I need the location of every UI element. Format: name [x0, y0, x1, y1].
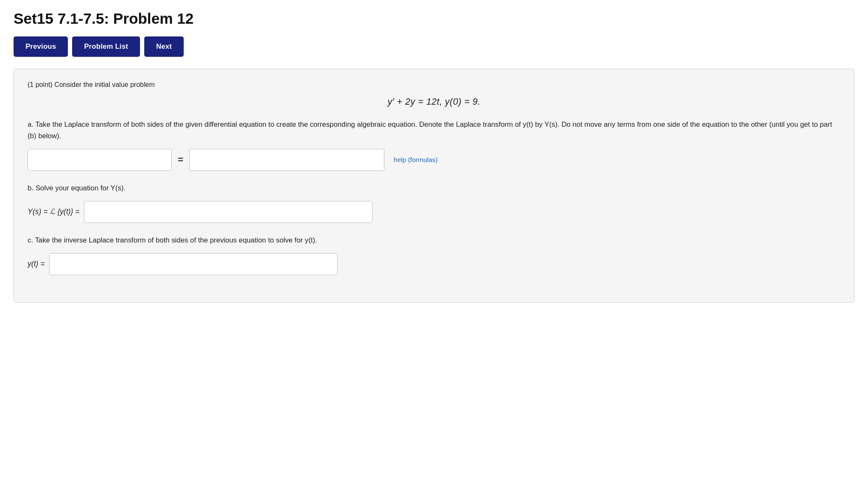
part-a-left-input[interactable]: [28, 149, 172, 171]
equals-sign-a: =: [178, 154, 183, 165]
part-b-row: Y(s) = ℒ {y(t)} =: [28, 201, 840, 223]
part-c: c. Take the inverse Laplace transform of…: [28, 235, 840, 275]
part-c-prefix: y(t) =: [28, 259, 45, 268]
part-c-row: y(t) =: [28, 253, 840, 275]
page-title: Set15 7.1-7.5: Problem 12: [14, 10, 854, 27]
previous-button[interactable]: Previous: [14, 36, 68, 57]
part-b-prefix: Y(s) = ℒ {y(t)} =: [28, 207, 80, 216]
part-b-label: b. Solve your equation for Y(s).: [28, 183, 840, 194]
help-formulas-link[interactable]: help (formulas): [394, 156, 437, 164]
part-a-input-row: = help (formulas): [28, 149, 840, 171]
part-c-input[interactable]: [49, 253, 338, 275]
part-a-right-input[interactable]: [189, 149, 384, 171]
next-button[interactable]: Next: [144, 36, 184, 57]
point-label: (1 point) Consider the initial value pro…: [28, 81, 840, 89]
problem-list-button[interactable]: Problem List: [72, 36, 140, 57]
part-a: a. Take the Laplace transform of both si…: [28, 119, 840, 171]
problem-box: (1 point) Consider the initial value pro…: [14, 69, 854, 303]
part-b-input[interactable]: [84, 201, 372, 223]
main-equation: y′ + 2y = 12t, y(0) = 9.: [28, 96, 840, 107]
part-c-label: c. Take the inverse Laplace transform of…: [28, 235, 840, 246]
part-a-label: a. Take the Laplace transform of both si…: [28, 119, 840, 142]
nav-buttons: Previous Problem List Next: [14, 36, 854, 57]
part-b: b. Solve your equation for Y(s). Y(s) = …: [28, 183, 840, 223]
